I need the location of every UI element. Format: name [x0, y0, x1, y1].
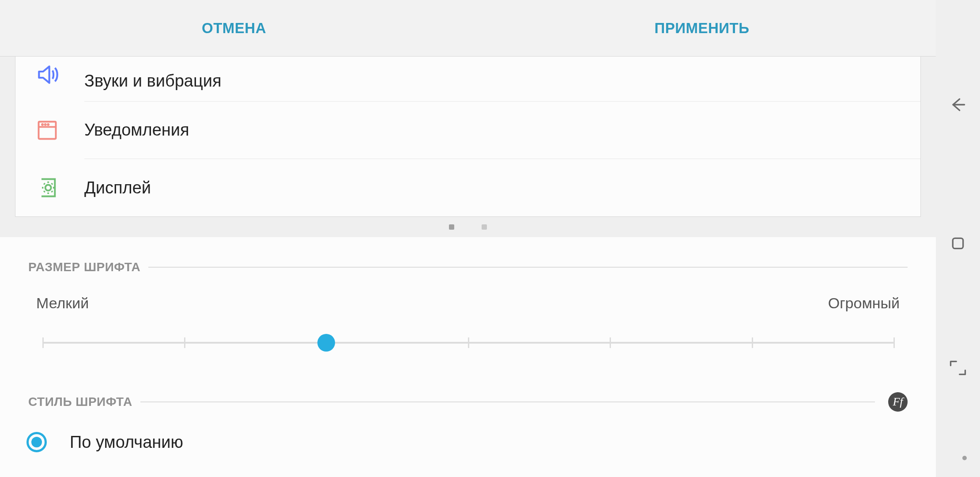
slider-tick — [468, 337, 469, 348]
preview-item-label: Уведомления — [84, 102, 920, 159]
home-button[interactable] — [946, 231, 970, 255]
slider-thumb[interactable] — [317, 334, 335, 352]
dialog-action-bar: ОТМЕНА ПРИМЕНИТЬ — [0, 0, 936, 57]
cancel-button[interactable]: ОТМЕНА — [0, 0, 468, 56]
slider-tick — [893, 337, 895, 348]
slider-tick — [610, 337, 611, 348]
svg-line-11 — [52, 183, 53, 184]
preview-item-label: Звуки и вибрация — [84, 61, 920, 102]
divider — [148, 267, 908, 268]
svg-point-2 — [45, 124, 46, 125]
preview-item-sounds: Звуки и вибрация — [15, 57, 920, 102]
system-nav-bar — [936, 0, 980, 477]
pager-dot — [482, 224, 487, 230]
svg-rect-15 — [953, 238, 963, 248]
preview-item-notifications: Уведомления — [15, 102, 920, 159]
preview-pager[interactable] — [15, 217, 921, 237]
font-style-heading: СТИЛЬ ШРИФТА Ff — [0, 352, 936, 412]
section-title: РАЗМЕР ШРИФТА — [28, 260, 140, 274]
slider-max-label: Огромный — [828, 295, 900, 312]
font-size-heading: РАЗМЕР ШРИФТА — [0, 237, 936, 274]
svg-point-1 — [42, 124, 43, 125]
section-title: СТИЛЬ ШРИФТА — [28, 395, 132, 409]
apply-button[interactable]: ПРИМЕНИТЬ — [468, 0, 936, 56]
font-style-option-default[interactable]: По умолчанию — [0, 412, 936, 452]
svg-point-5 — [45, 185, 51, 191]
slider-min-label: Мелкий — [36, 295, 89, 312]
back-button[interactable] — [946, 93, 970, 117]
speaker-icon — [31, 61, 63, 88]
radio-label: По умолчанию — [70, 433, 183, 452]
radio-selected-icon — [26, 432, 47, 452]
slider-tick — [752, 337, 753, 348]
pager-dot-active — [449, 224, 454, 230]
list-icon — [31, 117, 63, 144]
slider-tick — [42, 337, 44, 348]
svg-line-10 — [44, 183, 45, 184]
preview-item-label: Дисплей — [84, 159, 920, 216]
preview-panel[interactable]: Звуки и вибрация Уведомления — [15, 57, 921, 217]
preview-area: Звуки и вибрация Уведомления — [0, 57, 936, 237]
display-icon — [31, 174, 63, 201]
divider — [140, 401, 875, 402]
slider-tick — [184, 337, 185, 348]
svg-line-13 — [52, 191, 53, 192]
font-badge-icon[interactable]: Ff — [888, 392, 908, 412]
preview-item-display: Дисплей — [15, 159, 920, 216]
svg-line-12 — [44, 191, 45, 192]
nav-indicator-dot — [962, 456, 967, 460]
font-size-slider[interactable] — [42, 334, 893, 352]
svg-point-3 — [48, 124, 49, 125]
slider-labels: Мелкий Огромный — [0, 274, 936, 312]
recents-button[interactable] — [946, 356, 970, 380]
